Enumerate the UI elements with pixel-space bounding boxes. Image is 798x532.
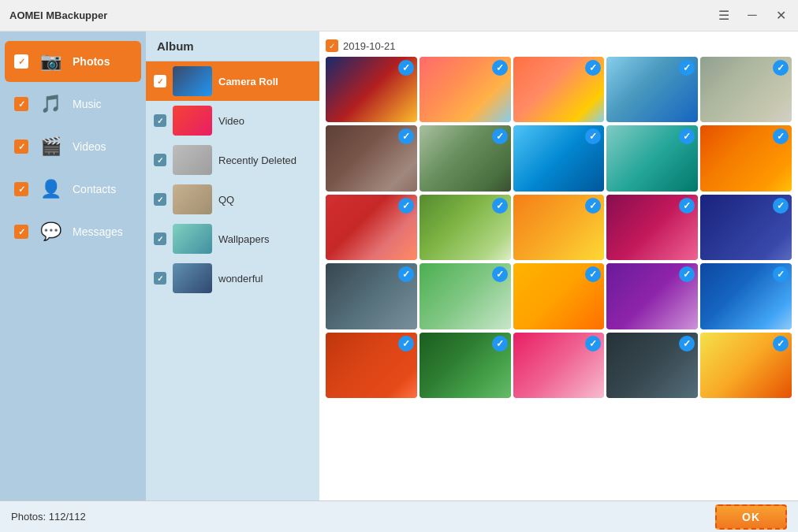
photo-check-icon [492, 336, 508, 352]
main-area: 📷 Photos 🎵 Music 🎬 Videos 👤 Contacts 💬 M… [0, 32, 798, 500]
photo-row-3 [326, 263, 792, 329]
photo-cell[interactable] [326, 195, 417, 260]
album-name-video: Video [218, 115, 311, 127]
photo-check-icon [398, 60, 414, 76]
photo-cell[interactable] [513, 195, 605, 260]
titlebar: AOMEI MBackupper ☰ ─ ✕ [0, 0, 798, 32]
album-thumb-video [173, 106, 212, 136]
photo-row-1 [326, 125, 792, 191]
album-panel: Album Camera Roll Video Recently Deleted… [146, 32, 319, 500]
photo-cell[interactable] [606, 195, 698, 260]
sidebar-label-contacts: Contacts [73, 183, 116, 195]
sidebar-label-music: Music [73, 98, 102, 110]
sidebar-check-videos [14, 140, 28, 154]
album-item-qq[interactable]: QQ [146, 180, 319, 219]
photo-cell[interactable] [606, 263, 698, 329]
photo-cell-inner [420, 57, 511, 122]
close-button[interactable]: ✕ [773, 8, 789, 23]
album-item-wonderful[interactable]: wonderful [146, 259, 319, 298]
photo-check-icon [773, 198, 789, 214]
photo-cell-inner [326, 263, 417, 329]
album-check-video [154, 114, 166, 127]
photo-cell[interactable] [326, 263, 417, 329]
ok-button[interactable]: OK [715, 504, 787, 530]
photo-cell[interactable] [606, 57, 698, 122]
album-item-recently-deleted[interactable]: Recently Deleted [146, 140, 319, 180]
photo-check-icon [398, 198, 414, 214]
photo-cell[interactable] [513, 263, 605, 329]
sidebar-icon-music: 🎵 [36, 90, 65, 118]
sidebar-label-videos: Videos [73, 140, 106, 153]
sidebar-icon-photos: 📷 [36, 47, 65, 76]
photo-cell[interactable] [420, 333, 511, 398]
photo-row-0 [326, 57, 792, 122]
photo-row-4 [326, 333, 792, 398]
sidebar-icon-contacts: 👤 [36, 175, 65, 203]
photo-cell-inner [326, 333, 417, 398]
album-header: Album [146, 32, 319, 61]
photo-cell-inner [606, 125, 698, 191]
album-name-recently-deleted: Recently Deleted [218, 154, 311, 166]
photo-cell-inner [513, 57, 605, 122]
album-check-qq [154, 193, 166, 206]
photo-cell[interactable] [700, 263, 792, 329]
photo-cell[interactable] [326, 57, 417, 122]
date-label: 2019-10-21 [343, 40, 396, 52]
sidebar-check-photos [14, 54, 28, 69]
photo-cell[interactable] [420, 263, 511, 329]
album-item-video[interactable]: Video [146, 101, 319, 140]
photo-cell[interactable] [420, 125, 511, 191]
photo-cell[interactable] [700, 333, 792, 398]
photo-cell-inner [513, 195, 605, 260]
sidebar-label-photos: Photos [73, 55, 110, 68]
minimize-button[interactable]: ─ [744, 8, 760, 23]
photo-cell[interactable] [700, 195, 792, 260]
date-check-icon [326, 39, 338, 52]
photo-cell[interactable] [420, 57, 511, 122]
photo-cell[interactable] [420, 195, 511, 260]
sidebar-item-videos[interactable]: 🎬 Videos [5, 126, 141, 167]
album-item-wallpapers[interactable]: Wallpapers [146, 219, 319, 259]
photo-check-icon [773, 336, 789, 352]
album-thumb-recently-deleted [173, 145, 212, 175]
photo-cell[interactable] [513, 333, 605, 398]
album-check-camera-roll [154, 75, 166, 87]
album-name-qq: QQ [218, 194, 311, 206]
photo-cell[interactable] [513, 125, 605, 191]
photo-cell-inner [700, 333, 792, 398]
photo-cell-inner [606, 333, 698, 398]
photo-check-icon [773, 266, 789, 282]
sidebar-item-messages[interactable]: 💬 Messages [5, 211, 141, 252]
photo-cell[interactable] [513, 57, 605, 122]
photo-cell[interactable] [700, 125, 792, 191]
photo-cell-inner [700, 57, 792, 122]
photo-check-icon [773, 60, 789, 76]
album-item-camera-roll[interactable]: Camera Roll [146, 61, 319, 101]
photo-check-icon [398, 336, 414, 352]
album-name-wonderful: wonderful [218, 273, 311, 285]
photo-check-icon [585, 336, 601, 352]
photo-cell[interactable] [606, 125, 698, 191]
photo-cell-inner [700, 263, 792, 329]
sidebar-check-contacts [14, 182, 28, 196]
photo-cell[interactable] [700, 57, 792, 122]
bottombar: Photos: 112/112 OK [0, 500, 798, 532]
photo-check-icon [398, 266, 414, 282]
photo-cell-inner [420, 195, 511, 260]
photo-cell[interactable] [326, 333, 417, 398]
sidebar-item-contacts[interactable]: 👤 Contacts [5, 169, 141, 210]
menu-button[interactable]: ☰ [716, 8, 732, 23]
album-check-wonderful [154, 272, 166, 285]
sidebar-label-messages: Messages [73, 225, 123, 238]
sidebar-item-music[interactable]: 🎵 Music [5, 84, 141, 125]
photo-panel[interactable]: 2019-10-21 [319, 32, 798, 500]
sidebar-item-photos[interactable]: 📷 Photos [5, 41, 141, 82]
photo-cell-inner [326, 125, 417, 191]
photo-cell-inner [326, 57, 417, 122]
photo-cell[interactable] [326, 125, 417, 191]
photo-cell[interactable] [606, 333, 698, 398]
app-title: AOMEI MBackupper [9, 9, 716, 21]
album-thumb-wonderful [173, 263, 212, 293]
status-text: Photos: 112/112 [11, 511, 86, 523]
album-thumb-qq [173, 184, 212, 214]
